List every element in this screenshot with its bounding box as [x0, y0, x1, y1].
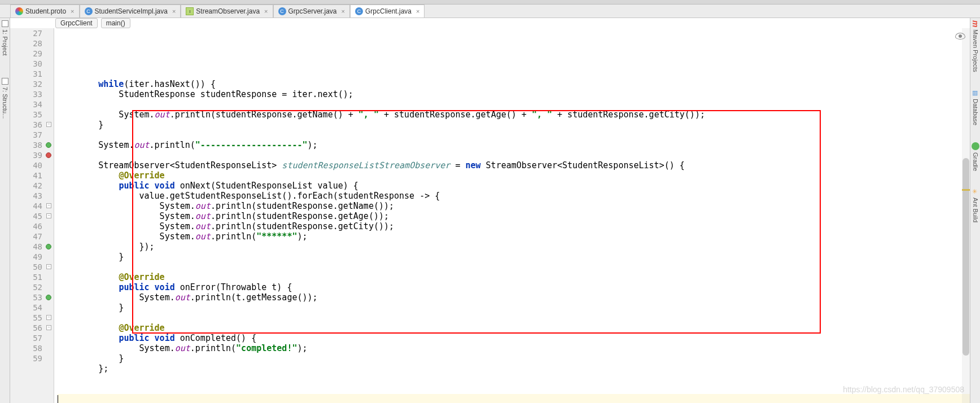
gutter-marker-icon[interactable] [46, 244, 51, 249]
right-tool-gutter: m Maven Projects ▥ Database Gradle ✳ Ant… [970, 18, 980, 403]
code-line[interactable]: System.out.println(studentResponse.getCi… [58, 221, 970, 231]
line-number: 58 [10, 343, 42, 353]
code-line[interactable]: public void onCompleted() { [58, 333, 970, 343]
editor-tab-4[interactable]: GrpcClient.java× [350, 5, 425, 17]
inspections-eye-icon[interactable] [955, 33, 965, 40]
fold-icon[interactable]: − [46, 213, 51, 218]
fold-icon[interactable]: − [46, 264, 51, 269]
line-number: 37 [10, 130, 42, 140]
tool-gradle-label: Gradle [972, 152, 979, 171]
ant-build-icon: ✳ [972, 188, 979, 195]
code-line[interactable]: @Override [58, 323, 970, 333]
editor-tab-2[interactable]: StreamObserver.java× [181, 5, 273, 17]
breadcrumb-bar: GrpcClient main() [10, 18, 970, 28]
fold-icon[interactable]: − [46, 122, 51, 127]
tool-gradle[interactable]: Gradle [972, 142, 979, 171]
tool-database[interactable]: ▥ Database [972, 89, 979, 125]
tool-ant-label: Ant Build [972, 198, 979, 222]
vertical-scrollbar[interactable] [962, 28, 970, 403]
fold-icon[interactable]: − [46, 203, 51, 208]
code-area[interactable]: while(iter.hasNext()) { StudentResponse … [54, 28, 970, 403]
code-line[interactable]: public void onNext(StudentResponseList v… [58, 181, 970, 191]
tool-ant[interactable]: ✳ Ant Build [972, 188, 979, 222]
line-number: 52 [10, 282, 42, 292]
code-line[interactable]: } [58, 353, 970, 363]
code-line[interactable]: StreamObserver<StudentResponseList> stud… [58, 160, 970, 170]
fold-icon[interactable]: − [46, 315, 51, 320]
code-editor[interactable]: 27282930313233343536−3738394041424344−45… [10, 28, 970, 403]
gradle-icon [972, 142, 979, 150]
gutter-marker-icon[interactable] [46, 152, 51, 158]
line-number: 29 [10, 49, 42, 59]
breadcrumb-class[interactable]: GrpcClient [55, 18, 98, 28]
line-number: 47 [10, 231, 42, 242]
gutter-marker-icon[interactable] [46, 142, 51, 148]
code-line[interactable]: }; [58, 363, 970, 374]
line-number: 40 [10, 160, 42, 170]
breadcrumb-method[interactable]: main() [101, 18, 130, 28]
code-line[interactable] [58, 150, 970, 160]
code-line[interactable]: @Override [58, 170, 970, 181]
line-number: 27 [10, 28, 42, 38]
main-area: 1: Project 7: Structu... GrpcClient main… [0, 18, 980, 403]
code-line[interactable]: StudentResponse studentResponse = iter.n… [58, 89, 970, 99]
code-line[interactable] [58, 313, 970, 323]
line-number: 45− [10, 211, 42, 221]
line-number: 53 [10, 292, 42, 303]
editor-tab-0[interactable]: Student.proto× [10, 5, 80, 17]
code-line[interactable]: while(iter.hasNext()) { [58, 79, 970, 89]
code-line[interactable]: } [58, 120, 970, 130]
tool-structure[interactable]: 7: Structu... [2, 78, 8, 119]
fold-icon[interactable]: − [46, 325, 51, 330]
line-number: 43 [10, 191, 42, 201]
code-line[interactable]: System.out.println(studentResponse.getNa… [58, 109, 970, 120]
line-number: 39 [10, 150, 42, 160]
code-line[interactable] [58, 374, 970, 384]
tab-label: StudentServiceImpl.java [95, 7, 168, 15]
tab-close-icon[interactable]: × [416, 8, 419, 15]
line-number: 51 [10, 272, 42, 282]
code-line[interactable] [58, 262, 970, 272]
tab-close-icon[interactable]: × [264, 8, 268, 15]
code-line[interactable]: System.out.println(studentResponse.getAg… [58, 211, 970, 221]
structure-icon [2, 78, 8, 85]
editor-tabs-bar: Student.proto×StudentServiceImpl.java×St… [0, 5, 980, 18]
window-top-border [0, 0, 980, 5]
code-line[interactable]: System.out.println(t.getMessage()); [58, 292, 970, 303]
editor-tab-1[interactable]: StudentServiceImpl.java× [80, 5, 181, 17]
code-line[interactable]: System.out.println("******"); [58, 231, 970, 242]
code-line[interactable]: } [58, 303, 970, 313]
code-line[interactable]: } [58, 252, 970, 262]
line-number: 44− [10, 201, 42, 211]
line-number: 55− [10, 313, 42, 323]
tab-close-icon[interactable]: × [342, 8, 345, 15]
stream-file-icon [186, 7, 194, 15]
tab-close-icon[interactable]: × [71, 8, 74, 15]
code-line[interactable] [58, 99, 970, 109]
code-line[interactable] [58, 130, 970, 140]
code-line[interactable]: @Override [58, 272, 970, 282]
gutter-marker-icon[interactable] [46, 295, 51, 300]
tab-close-icon[interactable]: × [172, 8, 176, 15]
scroll-thumb[interactable] [963, 158, 969, 356]
line-number: 28 [10, 38, 42, 49]
code-line[interactable]: System.out.println("--------------------… [58, 140, 970, 150]
tool-database-label: Database [972, 99, 979, 125]
code-line[interactable]: public void onError(Throwable t) { [58, 282, 970, 292]
code-line[interactable]: }); [58, 242, 970, 252]
tool-project[interactable]: 1: Project [2, 20, 8, 55]
code-line[interactable]: System.out.println("completed!"); [58, 343, 970, 353]
java-file-icon [85, 7, 93, 15]
line-number: 57 [10, 333, 42, 343]
editor-tab-3[interactable]: GrpcServer.java× [273, 5, 350, 17]
code-line[interactable] [58, 384, 970, 394]
code-line[interactable] [58, 69, 970, 79]
line-number: 49 [10, 252, 42, 262]
code-line[interactable] [58, 394, 970, 403]
maven-icon: m [971, 20, 980, 27]
line-number: 54 [10, 303, 42, 313]
tool-project-label: 1: Project [2, 29, 8, 55]
proto-file-icon [15, 7, 23, 15]
code-line[interactable]: System.out.println(studentResponse.getNa… [58, 201, 970, 211]
code-line[interactable]: value.getStudentResponseList().forEach(s… [58, 191, 970, 201]
